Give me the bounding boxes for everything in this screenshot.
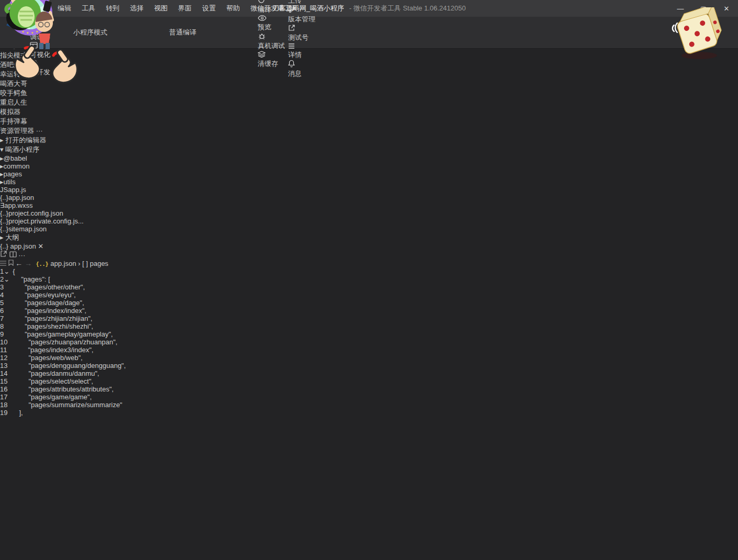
open-editors-section[interactable]: ▸ 打开的编辑器 (0, 136, 738, 145)
app-version: - 微信开发者工具 Stable 1.06.2412050 (349, 4, 466, 12)
code-line-15[interactable]: 15"pages/select/select", (0, 377, 738, 385)
outline-list-icon[interactable] (0, 260, 6, 267)
back-arrow-icon[interactable]: ← (15, 259, 23, 267)
preview-page-icon[interactable] (0, 251, 7, 259)
file-project.config.json[interactable]: {..}project.config.json (0, 209, 738, 217)
code-line-10[interactable]: 10"pages/zhuanpan/zhuanpan", (0, 338, 738, 346)
file-utils[interactable]: ▸utils (0, 178, 738, 186)
file-common[interactable]: ▸common (0, 162, 738, 170)
tab-app-json[interactable]: {..} app.json ✕ (0, 242, 738, 250)
split-editor-icon[interactable] (9, 251, 17, 259)
project-root-section[interactable]: ▾ 喝酒小程序 (0, 145, 738, 154)
close-tab-icon[interactable]: ✕ (38, 242, 43, 250)
test-account-button[interactable]: 测试号 (288, 24, 314, 42)
json-icon: {..} (0, 194, 8, 201)
code-line-14[interactable]: 14"pages/danmu/danmu", (0, 369, 738, 377)
device-debug-button[interactable]: 真机调试 (258, 32, 288, 51)
code-line-8[interactable]: 8"pages/shezhi/shezhi", (0, 322, 738, 330)
code-line-12[interactable]: 12"pages/web/web", (0, 354, 738, 362)
indent-guide (0, 417, 738, 560)
code-line-7[interactable]: 7"pages/zhijian/zhijian", (0, 315, 738, 322)
wxss-icon: ∃ (0, 201, 4, 209)
editor-more-icon[interactable]: ··· (18, 251, 25, 259)
file-tree: ▸@babel▸common▸pages▸utilsJSapp.js{..}ap… (0, 154, 738, 233)
file-@babel[interactable]: ▸@babel (0, 154, 738, 162)
explorer-title: 资源管理器 (0, 127, 34, 135)
layers-icon (258, 51, 266, 59)
file-app.json[interactable]: {..}app.json (0, 194, 738, 201)
file-project.private.config.js...[interactable]: {..}project.private.config.js... (0, 217, 738, 225)
tile-handheld-danmu[interactable]: 手持弹幕 (0, 117, 738, 126)
forward-arrow-icon[interactable]: → (25, 259, 32, 267)
chevron-right-icon: ▸ (0, 136, 4, 144)
upload-button[interactable]: 上传 (288, 0, 318, 5)
code-line-19[interactable]: 19], (0, 409, 738, 417)
tile-fingertip-mode[interactable]: 指尖模式 (0, 51, 738, 60)
code-line-1[interactable]: 1⌄{ (0, 267, 738, 275)
preview-button[interactable]: 预览 (258, 15, 288, 32)
mode-select[interactable]: 小程序模式 (73, 28, 155, 37)
code-line-5[interactable]: 5"pages/dage/dage", (0, 299, 738, 307)
title-bar: 项目文件编辑工具转到选择视图界面设置帮助微信开发者工具 刀客源码网_喝酒小程序 … (0, 0, 738, 17)
explorer-more-icon[interactable]: ··· (36, 127, 43, 135)
breadcrumb: ← → {..} app.json › [ ] pages (0, 259, 738, 267)
messages-button[interactable]: 消息 (288, 60, 318, 79)
menu-转到[interactable]: 转到 (102, 2, 124, 15)
outline-section[interactable]: ▸ 大纲 (0, 233, 738, 242)
code-line-11[interactable]: 11"pages/index3/index", (0, 346, 738, 354)
external-link-icon (288, 25, 295, 33)
bookmark-icon[interactable] (8, 260, 14, 267)
menu-帮助[interactable]: 帮助 (222, 2, 244, 15)
code-area[interactable]: 1⌄{2⌄"pages": [3"pages/other/other",4"pa… (0, 267, 738, 560)
js-icon: JS (0, 186, 8, 194)
code-line-4[interactable]: 4"pages/eyu/eyu", (0, 291, 738, 299)
breadcrumb-separator: › (78, 260, 80, 267)
tile-bar-lights[interactable]: 酒吧灯光 (0, 60, 738, 70)
version-control-button[interactable]: 版本管理 (288, 5, 318, 24)
json-file-icon: {..} (36, 261, 49, 267)
tile-drinking-boss[interactable]: 喝酒大哥 (0, 79, 738, 88)
file-sitemap.json[interactable]: {..}sitemap.json (0, 225, 738, 233)
menu-界面[interactable]: 界面 (174, 2, 196, 15)
eye-icon (258, 15, 267, 23)
json-icon: {..} (0, 217, 8, 225)
wechat-devtools-window: 项目文件编辑工具转到选择视图界面设置帮助微信开发者工具 刀客源码网_喝酒小程序 … (0, 0, 738, 560)
main-toolbar: 模拟器 </> 编辑器 调试器 可视化 云开发 小程序模式 普通编译 (0, 17, 738, 49)
details-button[interactable]: 详情 (288, 42, 318, 60)
breadcrumb-node[interactable]: pages (90, 260, 108, 267)
json-icon: {..} (0, 209, 8, 217)
compile-button[interactable]: 编译 (258, 0, 288, 15)
code-line-9[interactable]: 9"pages/gameplay/gameplay", (0, 330, 738, 338)
bell-icon (288, 61, 295, 69)
tile-restart-life[interactable]: 重启人生 模拟器 (0, 98, 738, 117)
code-line-6[interactable]: 6"pages/index/index", (0, 307, 738, 315)
dice-icon (669, 7, 726, 62)
file-app.wxss[interactable]: ∃app.wxss (0, 201, 738, 209)
menu-lines-icon (288, 42, 295, 50)
compile-mode-select[interactable]: 普通编译 (169, 28, 240, 37)
array-node-icon: [ ] (82, 260, 88, 267)
file-explorer: 资源管理器 ··· ▸ 打开的编辑器 ▾ 喝酒小程序 ▸@babel▸commo… (0, 126, 738, 242)
json-icon: {..} (0, 225, 8, 233)
code-line-18[interactable]: 18"pages/summarize/summarize" (0, 401, 738, 409)
code-lines: 1⌄{2⌄"pages": [3"pages/other/other",4"pa… (0, 267, 738, 417)
boy-with-phone-icon (23, 0, 68, 52)
tile-lucky-wheel[interactable]: 幸运转盘 (0, 70, 738, 79)
refresh-icon (258, 0, 265, 5)
menu-视图[interactable]: 视图 (150, 2, 172, 15)
clear-cache-button[interactable]: 清缓存 (258, 51, 287, 69)
menu-设置[interactable]: 设置 (198, 2, 220, 15)
code-line-2[interactable]: 2⌄"pages": [ (0, 275, 738, 283)
wood-platform: 手持弹幕 (0, 117, 738, 126)
menu-选择[interactable]: 选择 (126, 2, 148, 15)
code-line-17[interactable]: 17"pages/game/game", (0, 393, 738, 401)
code-line-13[interactable]: 13"pages/dengguang/dengguang", (0, 362, 738, 369)
breadcrumb-file[interactable]: app.json (50, 260, 76, 267)
code-line-3[interactable]: 3"pages/other/other", (0, 283, 738, 291)
menu-工具[interactable]: 工具 (78, 2, 100, 15)
code-line-16[interactable]: 16"pages/attributes/attributes", (0, 385, 738, 393)
tile-crocodile-bite[interactable]: 咬手鳄鱼 (0, 88, 738, 98)
json-file-icon: {..} (0, 242, 8, 250)
file-pages[interactable]: ▸pages (0, 170, 738, 178)
file-app.js[interactable]: JSapp.js (0, 186, 738, 194)
